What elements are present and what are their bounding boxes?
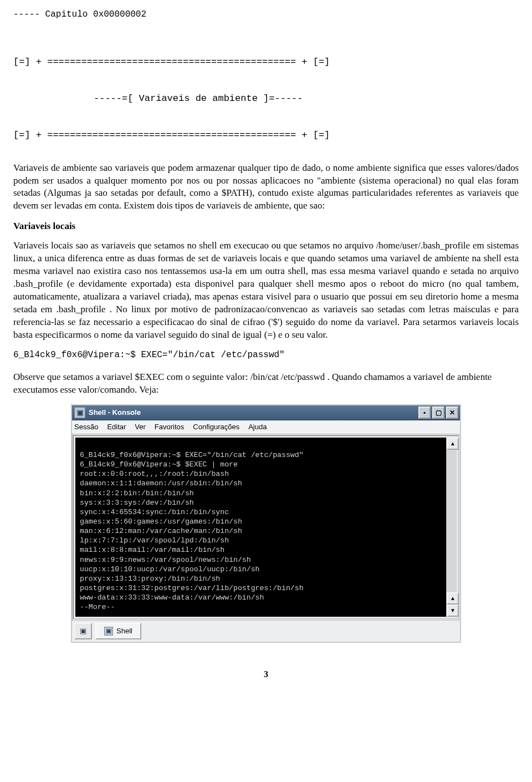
menu-configuracoes[interactable]: Configurações — [193, 422, 239, 432]
konsole-taskbar: ▣ ▣ Shell — [72, 620, 460, 642]
terminal-area: 6_Bl4ck9_f0x6@Vipera:~$ EXEC="/bin/cat /… — [73, 435, 459, 619]
intro-paragraph: Variaveis de ambiente sao variaveis que … — [13, 162, 519, 213]
command-example: 6_Bl4ck9_f0x6@Vipera:~$ EXEC="/bin/cat /… — [13, 349, 519, 362]
menu-ver[interactable]: Ver — [135, 422, 146, 432]
menu-editar[interactable]: Editar — [107, 422, 126, 432]
subheading-locais: Variaveis locais — [13, 220, 519, 233]
scroll-down2-icon[interactable]: ▼ — [447, 605, 459, 617]
banner-title: -----=[ Variaveis de ambiente ]=----- — [13, 93, 519, 105]
scrollbar[interactable]: ▲ ▲ ▼ — [446, 438, 457, 617]
tab-shell[interactable]: ▣ Shell — [95, 623, 141, 639]
minimize-button[interactable]: ▪ — [418, 407, 431, 419]
konsole-window: ▣ Shell - Konsole ▪ ▢ ✕ Sessão Editar Ve… — [71, 404, 461, 642]
terminal-screenshot: ▣ Shell - Konsole ▪ ▢ ✕ Sessão Editar Ve… — [13, 404, 519, 664]
maximize-button[interactable]: ▢ — [432, 407, 444, 419]
menu-ajuda[interactable]: Ajuda — [248, 422, 267, 432]
tab-label: Shell — [116, 626, 132, 636]
menubar: Sessão Editar Ver Favoritos Configuraçõe… — [72, 420, 460, 434]
window-titlebar: ▣ Shell - Konsole ▪ ▢ ✕ — [72, 405, 460, 420]
paragraph-locais: Variaveis locais sao as variaveis que se… — [13, 240, 519, 342]
window-buttons: ▪ ▢ ✕ — [418, 407, 460, 419]
scroll-down-icon[interactable]: ▲ — [447, 592, 459, 605]
new-session-button[interactable]: ▣ — [74, 623, 92, 639]
banner-line-top: [=] + ==================================… — [13, 56, 519, 69]
shell-tab-icon: ▣ — [104, 627, 113, 636]
menu-favoritos[interactable]: Favoritos — [155, 422, 184, 432]
window-title: Shell - Konsole — [89, 408, 418, 418]
banner-line-bottom: [=] + ==================================… — [13, 129, 519, 142]
menu-sessao[interactable]: Sessão — [74, 422, 98, 432]
konsole-icon: ▣ — [74, 407, 85, 418]
page-number: 3 — [13, 668, 519, 681]
terminal-output[interactable]: 6_Bl4ck9_f0x6@Vipera:~$ EXEC="/bin/cat /… — [75, 438, 457, 617]
close-button[interactable]: ✕ — [446, 407, 458, 419]
scroll-up-icon[interactable]: ▲ — [447, 438, 459, 450]
scrollbar-track[interactable] — [447, 450, 457, 592]
paragraph-observe: Observe que setamos a variavel $EXEC com… — [13, 371, 519, 397]
section-banner: [=] + ==================================… — [13, 32, 519, 154]
chapter-heading: ----- Capitulo 0x00000002 — [13, 9, 519, 21]
